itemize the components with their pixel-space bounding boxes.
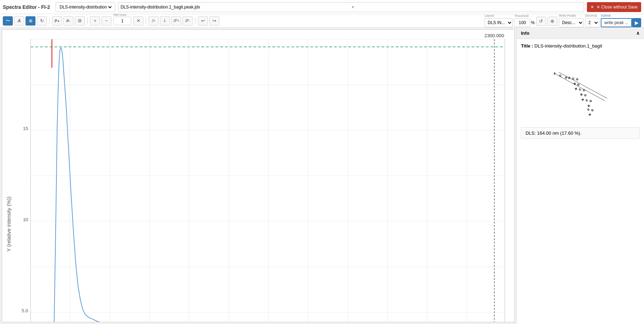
info-title: Title : DLS-intensity-distribution.1_bag… (521, 43, 640, 49)
svg-text:N: N (588, 113, 591, 116)
ref-area-label: Ref Area (113, 13, 126, 17)
svg-line-46 (556, 60, 605, 115)
threshold-group: Threshold % (514, 18, 535, 27)
svg-text:O: O (576, 78, 579, 81)
dls-info-box: DLS: 164.00 nm (17.60 %). (521, 127, 640, 139)
threshold-input[interactable] (514, 18, 530, 27)
close-without-save-button[interactable]: ✕ ✕ Close without Save (587, 2, 641, 12)
settings-button[interactable]: ⚙ (75, 16, 85, 26)
submit-go-button[interactable]: ▶ (632, 18, 641, 27)
go-icon: ▶ (635, 20, 639, 26)
plus-icon: + (94, 18, 96, 23)
zoom-tool-button[interactable]: ⊕ (26, 16, 35, 26)
title-value: DLS-intensity-distribution.1_bagit (534, 43, 602, 49)
write-peaks-select[interactable]: Desc... (559, 18, 584, 27)
jp-plus-icon: JP+ (173, 19, 179, 23)
jp-minus-icon: JP- (185, 19, 190, 23)
chevron-down-icon: ▾ (352, 5, 582, 10)
molecule-svg: N C H N C O N O N C O N O N C (554, 56, 607, 119)
chart-svg: Y (relative intensity (%)) X (Hydrodynam… (2, 30, 514, 322)
rotate-tool-button[interactable]: ↻ (37, 16, 47, 26)
layout-group: Layout DLS IN... (484, 18, 513, 27)
title-label: Title : (521, 43, 533, 49)
spectrum-type-select[interactable]: DLS-intensity-distribution (58, 4, 113, 10)
jp-plus-button[interactable]: JP+ (171, 16, 181, 26)
svg-text:C: C (578, 88, 581, 91)
main-content: Y (relative intensity (%)) X (Hydrodynam… (0, 28, 644, 324)
svg-line-47 (559, 58, 607, 113)
peak-minus-icon: P- (67, 19, 71, 23)
separator-4 (195, 17, 195, 24)
spectrum-type-dropdown[interactable]: DLS-intensity-distribution (56, 2, 115, 12)
crosshair-icon: ⊕ (550, 18, 554, 24)
peak-remove-button[interactable]: P- (63, 16, 73, 26)
j-minus-button[interactable]: J- (160, 16, 170, 26)
j-plus-icon: J+ (152, 19, 156, 23)
submit-value-label: write peak ... (604, 20, 628, 25)
toolbar: 〜 A ⊕ ↻ P+ P- ⚙ + − Ref Area ✕ J+ J- JP+ (0, 14, 644, 28)
x-button[interactable]: ✕ (133, 16, 143, 26)
close-button-label: ✕ Close without Save (596, 5, 638, 10)
threshold-label: Threshold (514, 14, 528, 18)
svg-text:C: C (587, 108, 590, 111)
separator-1 (49, 17, 50, 24)
percent-label: % (531, 20, 535, 25)
submit-input-button[interactable]: write peak ... (601, 18, 632, 27)
annotation-tool-button[interactable]: A (14, 16, 24, 26)
rotate-icon: ↻ (40, 18, 44, 23)
collapse-icon[interactable]: ∧ (636, 30, 640, 36)
peak-add-button[interactable]: P+ (52, 16, 62, 26)
svg-text:15: 15 (23, 126, 28, 131)
toolbar-right: Layout DLS IN... Threshold % ↺ ⊕ Write P… (484, 15, 641, 27)
info-header: Info ∧ (517, 28, 644, 39)
submit-group: Submit write peak ... ▶ (601, 18, 641, 27)
chart-area[interactable]: Y (relative intensity (%)) X (Hydrodynam… (2, 29, 515, 322)
layout-label: Layout (484, 14, 494, 17)
jp-minus-button[interactable]: JP- (183, 16, 193, 26)
close-icon: ✕ (590, 5, 594, 10)
file-dropdown[interactable]: DLS-intensity-distribution.1_bagit.peak.… (118, 2, 584, 12)
separator-2 (87, 17, 88, 24)
decimal-label: Decimal (585, 14, 597, 17)
svg-text:N: N (581, 98, 584, 101)
x-icon: ✕ (137, 18, 140, 23)
svg-text:Y (relative intensity (%)): Y (relative intensity (%)) (6, 196, 12, 252)
reset-button[interactable]: ↺ (536, 17, 546, 26)
line-icon: 〜 (6, 18, 10, 24)
molecule-image: N C H N C O N O N C O N O N C (542, 52, 620, 123)
line-tool-button[interactable]: 〜 (3, 16, 13, 26)
decimal-select[interactable]: 2 (585, 18, 599, 27)
annotation-icon: A (17, 18, 21, 23)
write-peaks-group: Write Peaks Desc... (559, 18, 584, 27)
svg-text:O: O (589, 99, 592, 102)
undo-button[interactable]: ↩ (198, 16, 208, 26)
info-panel: Info ∧ Title : DLS-intensity-distributio… (516, 28, 644, 324)
crosshair-button[interactable]: ⊕ (548, 17, 557, 26)
svg-rect-0 (2, 30, 514, 322)
layout-select[interactable]: DLS IN... (484, 18, 513, 27)
minus-button[interactable]: − (101, 16, 111, 26)
reset-icon: ↺ (539, 18, 543, 24)
zoom-icon: ⊕ (29, 18, 33, 23)
plus-button[interactable]: + (90, 16, 100, 26)
info-content: Title : DLS-intensity-distribution.1_bag… (517, 39, 644, 324)
svg-text:C: C (585, 99, 588, 102)
svg-text:O: O (584, 94, 587, 97)
header-bar: Spectra Editor - FI-2 DLS-intensity-dist… (0, 0, 644, 14)
decimal-group: Decimal 2 (585, 18, 599, 27)
dls-value-label: DLS: 164.00 nm (17.60 %). (526, 130, 582, 136)
svg-text:N: N (587, 104, 590, 107)
ref-area-input[interactable] (113, 17, 131, 25)
minus-icon: − (105, 18, 108, 23)
j-plus-button[interactable]: J+ (149, 16, 159, 26)
svg-text:N: N (574, 87, 577, 90)
svg-text:O: O (591, 108, 594, 112)
redo-button[interactable]: ↪ (209, 16, 219, 26)
svg-text:N: N (580, 93, 583, 96)
redo-icon: ↪ (212, 18, 216, 23)
peak-plus-icon: P+ (55, 19, 60, 23)
undo-icon: ↩ (201, 18, 205, 23)
svg-text:C: C (572, 77, 574, 80)
file-name-label: DLS-intensity-distribution.1_bagit.peak.… (121, 5, 350, 10)
svg-text:N: N (554, 72, 556, 75)
